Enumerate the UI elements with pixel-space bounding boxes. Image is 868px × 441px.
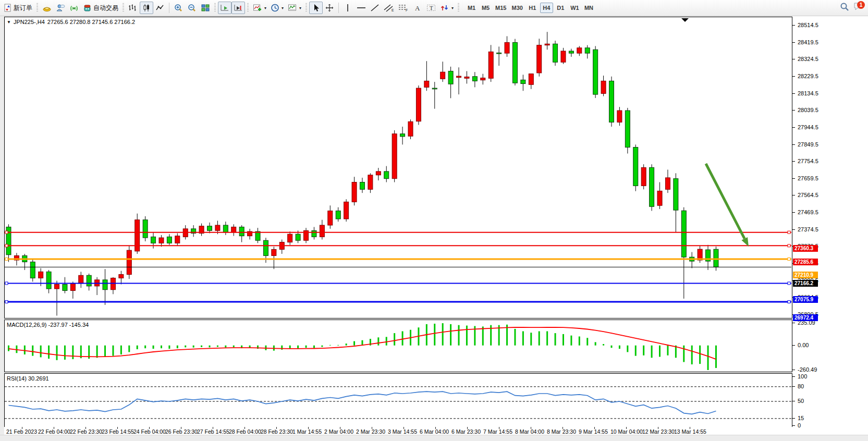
- time-axis-label: 21 Feb 2023: [6, 428, 37, 435]
- tab-mn[interactable]: MN: [582, 3, 595, 13]
- level-handle[interactable]: [5, 244, 8, 247]
- tab-h4[interactable]: H4: [540, 3, 553, 13]
- candle-body: [215, 225, 220, 230]
- text-label-button[interactable]: T: [424, 2, 438, 14]
- crosshair-button[interactable]: [323, 2, 336, 14]
- level-handle[interactable]: [788, 300, 790, 303]
- horizontal-line-icon: [357, 4, 366, 12]
- trendline-button[interactable]: [368, 2, 382, 14]
- candle-body: [561, 51, 566, 62]
- tab-m5[interactable]: M5: [479, 3, 492, 13]
- candle-body: [39, 272, 43, 278]
- price-chart-panel[interactable]: ▼ JPN225-,H4 27265.6 27280.8 27145.6 271…: [4, 17, 792, 318]
- macd-histogram: [9, 323, 716, 370]
- level-handle[interactable]: [5, 258, 8, 260]
- gold-ingot-button[interactable]: [40, 2, 54, 14]
- rsi-panel[interactable]: RSI(14) 30.2691: [4, 373, 792, 428]
- rsi-line: [9, 391, 716, 414]
- axis-tick: [792, 110, 795, 111]
- chart-menu-icon[interactable]: ▼: [7, 20, 11, 24]
- chart-shift-button[interactable]: [231, 2, 245, 14]
- zoom-out-button[interactable]: [185, 2, 199, 14]
- level-handle[interactable]: [788, 231, 790, 234]
- tab-d1[interactable]: D1: [554, 3, 567, 13]
- candle-body: [650, 167, 654, 206]
- time-axis-label: 24 Feb 04:00: [133, 428, 166, 435]
- search-icon[interactable]: [840, 2, 849, 11]
- axis-tick: [792, 229, 795, 230]
- toolbar-grip: [247, 3, 249, 13]
- macd-axis-label: 0.00: [798, 342, 809, 348]
- chart-shift-icon: [234, 4, 243, 12]
- trend-arrow-annotation[interactable]: [706, 164, 744, 239]
- new-order-icon: [4, 4, 12, 12]
- candle-body: [545, 44, 549, 45]
- level-handle[interactable]: [5, 282, 8, 285]
- rsi-axis-label: 0: [798, 422, 801, 428]
- level-handle[interactable]: [788, 258, 790, 260]
- candle-body: [159, 238, 164, 243]
- new-order-button[interactable]: 新订单: [2, 2, 34, 14]
- price-axis[interactable]: 27360.327285.627210.927166.227075.926972…: [792, 17, 868, 427]
- rsi-label: RSI(14) 30.2691: [7, 375, 49, 382]
- candle-body: [30, 262, 35, 278]
- autotrading-button[interactable]: 自动交易: [81, 2, 120, 14]
- time-axis-label: 23 Feb 14:55: [102, 428, 134, 435]
- templates-button[interactable]: ▾: [286, 2, 303, 14]
- time-axis-label: 2 Mar 23:30: [356, 428, 385, 435]
- level-handle[interactable]: [5, 231, 8, 234]
- candle-body: [288, 234, 292, 242]
- vertical-line-button[interactable]: [341, 2, 354, 14]
- equidistant-channel-button[interactable]: E: [382, 2, 396, 14]
- add-indicator-button[interactable]: ▾: [251, 2, 268, 14]
- candle-body: [464, 77, 469, 78]
- cursor-button[interactable]: [309, 2, 323, 14]
- text-icon: A: [414, 4, 421, 12]
- chart-shift-marker[interactable]: [681, 18, 689, 22]
- level-handle[interactable]: [5, 300, 8, 303]
- signal-button[interactable]: [67, 2, 81, 14]
- candle-body: [569, 51, 573, 53]
- tab-m15[interactable]: M15: [493, 3, 508, 13]
- candle-body: [352, 182, 357, 202]
- rsi-axis-label: 80: [798, 383, 804, 389]
- candle-body: [577, 48, 582, 53]
- time-axis-label: 28 Feb 23:30: [261, 428, 293, 435]
- tab-m30[interactable]: M30: [509, 3, 524, 13]
- candle-body: [376, 172, 381, 175]
- level-handle[interactable]: [788, 244, 790, 247]
- candle-body: [641, 167, 646, 186]
- tab-w1[interactable]: W1: [568, 3, 581, 13]
- candle-body: [368, 175, 373, 189]
- price-tag: 27075.9: [793, 296, 818, 303]
- auto-scroll-button[interactable]: [218, 2, 231, 14]
- fibonacci-button[interactable]: F: [396, 2, 411, 14]
- timeframe-bar: M1 M5 M15 M30 H1 H4 D1 W1 MN: [464, 3, 596, 13]
- candlestick-chart-button[interactable]: [140, 2, 153, 14]
- line-chart-button[interactable]: [153, 2, 167, 14]
- dropdown-caret-icon: ▾: [451, 6, 454, 10]
- candle-body: [207, 226, 212, 231]
- macd-panel[interactable]: MACD(12,26,9) -237.97 -145.34: [4, 320, 792, 372]
- toolbar-separator: [338, 3, 339, 13]
- tab-h1[interactable]: H1: [526, 3, 539, 13]
- zoom-in-icon: [174, 4, 183, 13]
- zoom-in-button[interactable]: [172, 2, 185, 14]
- text-button[interactable]: A: [411, 2, 424, 14]
- tab-m1[interactable]: M1: [465, 3, 478, 13]
- candle-body: [336, 211, 340, 219]
- bar-chart-button[interactable]: [126, 2, 140, 14]
- time-axis[interactable]: 21 Feb 202322 Feb 04:0022 Feb 23:3023 Fe…: [4, 427, 792, 435]
- candle-body: [681, 211, 686, 257]
- axis-tick: [792, 93, 795, 94]
- candle-body: [79, 275, 83, 283]
- periods-button[interactable]: ▾: [268, 2, 286, 14]
- horizontal-line-button[interactable]: [354, 2, 368, 14]
- arrows-button[interactable]: ▾: [438, 2, 456, 14]
- tile-windows-button[interactable]: [199, 2, 212, 14]
- candle-body: [167, 237, 172, 243]
- level-handle[interactable]: [788, 282, 790, 285]
- community-button[interactable]: [54, 2, 67, 14]
- notifications-button[interactable]: 1: [853, 2, 864, 11]
- candle-body: [617, 111, 622, 122]
